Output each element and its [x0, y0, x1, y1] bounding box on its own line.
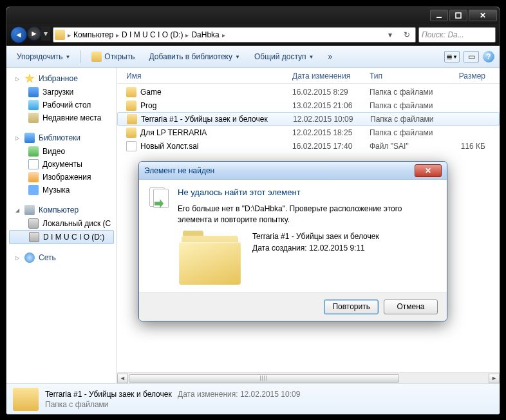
minimize-button[interactable]: [430, 10, 448, 21]
column-date[interactable]: Дата изменения: [292, 72, 370, 81]
help-button[interactable]: ?: [483, 51, 494, 62]
file-type: Папка с файлами: [370, 101, 447, 110]
preview-pane-toggle[interactable]: ▭: [464, 51, 479, 62]
forward-button[interactable]: ►: [27, 26, 41, 41]
view-options[interactable]: ≣ ▼: [444, 51, 460, 62]
file-name: Для LP TERRARIA: [140, 128, 207, 137]
sidebar-item-drive-c[interactable]: Локальный диск (C: [6, 217, 117, 230]
sidebar-item-desktop[interactable]: Рабочий стол: [6, 99, 117, 111]
desktop-icon: [28, 100, 39, 110]
sidebar-computer[interactable]: ◢Компьютер: [6, 203, 117, 217]
maximize-button[interactable]: [449, 10, 467, 21]
sidebar-item-drive-d[interactable]: D I M U C I O (D:): [9, 230, 114, 244]
dialog-close-button[interactable]: ✕: [415, 164, 442, 177]
file-size: 116 КБ: [447, 142, 485, 151]
history-dropdown[interactable]: ▾: [41, 26, 50, 41]
breadcrumb[interactable]: D I M U C I O (D:)▸: [122, 30, 189, 39]
table-row[interactable]: Terraria #1 - Убийцы заек и белочек12.02…: [117, 112, 500, 126]
scroll-thumb[interactable]: [129, 374, 399, 383]
more-menu[interactable]: »: [323, 50, 339, 63]
table-row[interactable]: Для LP TERRARIA12.02.2015 18:25Папка с ф…: [117, 126, 500, 139]
pictures-icon: [28, 172, 39, 182]
column-name[interactable]: Имя: [126, 72, 292, 81]
folder-icon: [178, 231, 242, 289]
recent-icon: [28, 113, 39, 123]
sidebar-item-documents[interactable]: Документы: [6, 158, 117, 171]
table-row[interactable]: Новый Холст.sai16.02.2015 17:40Файл "SAI…: [117, 139, 500, 153]
close-button[interactable]: ✕: [469, 10, 497, 21]
table-row[interactable]: Prog13.02.2015 21:06Папка с файлами: [117, 99, 500, 112]
toolbar: Упорядочить▼ Открыть Добавить в библиоте…: [6, 46, 500, 68]
folder-icon: [55, 30, 65, 40]
folder-icon: [126, 100, 136, 111]
address-bar[interactable]: ▸Компьютер▸ D I M U C I O (D:)▸ DaHbka▸ …: [53, 27, 416, 43]
status-type: Папка с файлами: [45, 400, 300, 409]
horizontal-scrollbar[interactable]: ◄ ►: [117, 372, 500, 383]
file-name: Game: [140, 88, 162, 97]
document-icon: [28, 159, 39, 169]
search-input[interactable]: Поиск: Da...: [418, 27, 496, 43]
dialog-message: Его больше нет в "D:\DaHbka". Проверьте …: [178, 204, 436, 225]
organize-menu[interactable]: Упорядочить▼: [12, 50, 75, 63]
sidebar-libraries[interactable]: ▷Библиотеки: [6, 131, 117, 145]
retry-button[interactable]: Повторить: [324, 300, 379, 314]
dialog-titlebar[interactable]: Элемент не найден ✕: [139, 162, 447, 180]
back-button[interactable]: ◄: [10, 26, 27, 43]
sidebar-item-recent[interactable]: Недавние места: [6, 111, 117, 124]
drive-icon: [28, 218, 39, 229]
drive-icon: [29, 232, 39, 242]
file-date: 16.02.2015 17:40: [292, 142, 370, 151]
music-icon: [28, 185, 39, 195]
add-to-library-menu[interactable]: Добавить в библиотеку▼: [144, 50, 245, 63]
svg-rect-1: [456, 13, 461, 18]
scroll-right-button[interactable]: ►: [489, 374, 500, 383]
dialog-item-name: Terraria #1 - Убийцы заек и белочек: [252, 231, 436, 242]
sidebar: ▷Избранное Загрузки Рабочий стол Недавни…: [6, 68, 117, 383]
file-type: Файл "SAI": [370, 142, 447, 151]
breadcrumb[interactable]: DaHbka▸: [191, 30, 225, 39]
breadcrumb[interactable]: ▸Компьютер▸: [68, 30, 119, 39]
dialog-heading: Не удалось найти этот элемент: [178, 187, 436, 197]
navigation-bar: ◄ ► ▾ ▸Компьютер▸ D I M U C I O (D:)▸ Da…: [6, 24, 500, 46]
video-icon: [28, 146, 39, 157]
column-type[interactable]: Тип: [370, 72, 447, 81]
column-headers[interactable]: Имя Дата изменения Тип Размер: [117, 68, 500, 84]
sidebar-item-music[interactable]: Музыка: [6, 184, 117, 196]
folder-icon: [127, 114, 137, 124]
file-name: Новый Холст.sai: [140, 142, 199, 151]
folder-icon: [13, 388, 39, 411]
library-icon: [24, 133, 35, 143]
move-icon: [149, 187, 170, 208]
file-icon: [126, 141, 136, 151]
file-date: 12.02.2015 18:25: [292, 128, 370, 137]
file-date: 13.02.2015 21:06: [292, 101, 370, 110]
cancel-button[interactable]: Отмена: [384, 300, 438, 314]
network-icon: [24, 253, 35, 263]
dialog-item-created: Дата создания: 12.02.2015 9:11: [252, 242, 436, 254]
sidebar-favorites[interactable]: ▷Избранное: [6, 72, 117, 86]
file-name: Prog: [140, 101, 156, 110]
open-icon: [91, 52, 102, 62]
table-row[interactable]: Game16.02.2015 8:29Папка с файлами: [117, 85, 500, 99]
folder-icon: [126, 128, 136, 138]
sidebar-item-video[interactable]: Видео: [6, 145, 117, 158]
folder-icon: [126, 87, 136, 97]
scroll-left-button[interactable]: ◄: [117, 374, 128, 383]
file-type: Папка с файлами: [370, 115, 447, 124]
open-button[interactable]: Открыть: [86, 50, 140, 64]
file-date: 16.02.2015 8:29: [292, 88, 370, 97]
address-dropdown[interactable]: ▾: [383, 28, 397, 42]
file-date: 12.02.2015 10:09: [293, 115, 370, 124]
star-icon: [24, 73, 35, 84]
column-size[interactable]: Размер: [447, 72, 485, 81]
file-name: Terraria #1 - Убийцы заек и белочек: [141, 115, 268, 124]
refresh-button[interactable]: ↻: [400, 28, 414, 42]
sidebar-item-downloads[interactable]: Загрузки: [6, 86, 117, 99]
sidebar-network[interactable]: ▷Сеть: [6, 251, 117, 265]
download-icon: [28, 87, 39, 97]
share-menu[interactable]: Общий доступ▼: [249, 50, 319, 63]
titlebar[interactable]: ✕: [6, 7, 500, 24]
sidebar-item-pictures[interactable]: Изображения: [6, 171, 117, 184]
file-type: Папка с файлами: [370, 128, 447, 137]
file-type: Папка с файлами: [370, 88, 447, 97]
